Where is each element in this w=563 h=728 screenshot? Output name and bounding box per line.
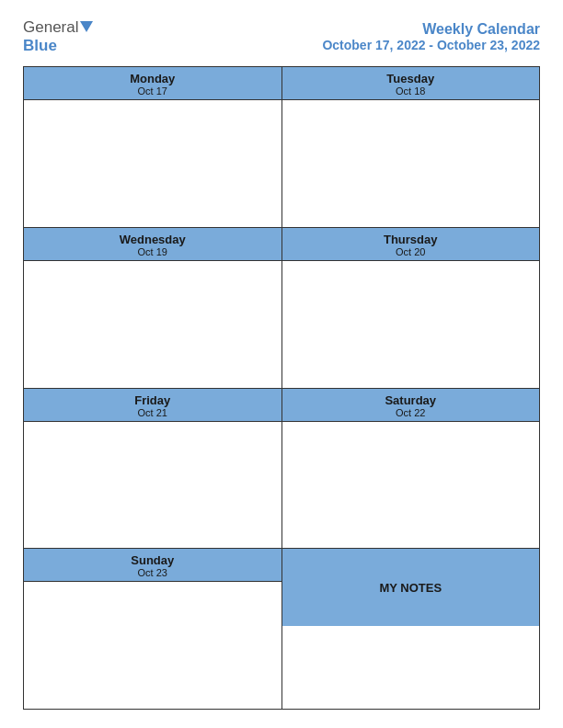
sunday-body	[24, 582, 282, 709]
logo: General Blue	[23, 18, 93, 55]
monday-header: Monday Oct 17	[24, 67, 282, 100]
wednesday-label: Wednesday	[28, 233, 278, 246]
notes-header: MY NOTES	[282, 549, 540, 626]
date-range: October 17, 2022 - October 23, 2022	[322, 38, 540, 52]
header-title: Weekly Calendar October 17, 2022 - Octob…	[322, 21, 540, 52]
thursday-header: Thursday Oct 20	[282, 228, 540, 261]
friday-label: Friday	[28, 393, 278, 407]
wednesday-date: Oct 19	[28, 246, 278, 257]
logo-blue: Blue	[23, 37, 57, 55]
header: General Blue Weekly Calendar October 17,…	[23, 18, 540, 55]
wednesday-cell: Wednesday Oct 19	[24, 228, 282, 388]
saturday-cell: Saturday Oct 22	[282, 389, 540, 549]
calendar-title: Weekly Calendar	[322, 21, 540, 38]
thursday-cell: Thursday Oct 20	[282, 228, 540, 388]
thursday-body	[282, 261, 540, 388]
tuesday-cell: Tuesday Oct 18	[282, 67, 540, 227]
calendar-row-1: Monday Oct 17 Tuesday Oct 18	[24, 67, 539, 228]
saturday-date: Oct 22	[286, 407, 536, 418]
monday-label: Monday	[28, 72, 278, 85]
sunday-date: Oct 23	[28, 567, 278, 578]
saturday-header: Saturday Oct 22	[282, 389, 540, 422]
sunday-label: Sunday	[28, 553, 278, 567]
tuesday-body	[282, 100, 540, 227]
saturday-body	[282, 422, 540, 549]
logo-general: General	[23, 18, 78, 37]
friday-date: Oct 21	[28, 407, 278, 418]
sunday-cell: Sunday Oct 23	[24, 549, 282, 709]
tuesday-header: Tuesday Oct 18	[282, 67, 540, 100]
monday-cell: Monday Oct 17	[24, 67, 282, 227]
logo-triangle-icon	[80, 21, 93, 32]
notes-body	[282, 626, 540, 709]
calendar-grid: Monday Oct 17 Tuesday Oct 18 Wednesday O…	[23, 66, 540, 710]
saturday-label: Saturday	[286, 393, 536, 407]
logo-text: General	[23, 18, 93, 37]
notes-cell: MY NOTES	[282, 549, 540, 709]
thursday-label: Thursday	[286, 233, 536, 246]
friday-header: Friday Oct 21	[24, 389, 282, 422]
thursday-date: Oct 20	[286, 246, 536, 257]
calendar-row-3: Friday Oct 21 Saturday Oct 22	[24, 389, 539, 550]
page: General Blue Weekly Calendar October 17,…	[0, 0, 563, 728]
sunday-header: Sunday Oct 23	[24, 549, 282, 582]
notes-label: MY NOTES	[379, 581, 442, 595]
friday-body	[24, 422, 282, 549]
tuesday-label: Tuesday	[286, 72, 536, 85]
calendar-row-4: Sunday Oct 23 MY NOTES	[24, 549, 539, 709]
tuesday-date: Oct 18	[286, 85, 536, 97]
monday-body	[24, 100, 282, 227]
monday-date: Oct 17	[28, 85, 278, 97]
friday-cell: Friday Oct 21	[24, 389, 282, 549]
wednesday-body	[24, 261, 282, 388]
wednesday-header: Wednesday Oct 19	[24, 228, 282, 261]
calendar-row-2: Wednesday Oct 19 Thursday Oct 20	[24, 228, 539, 389]
